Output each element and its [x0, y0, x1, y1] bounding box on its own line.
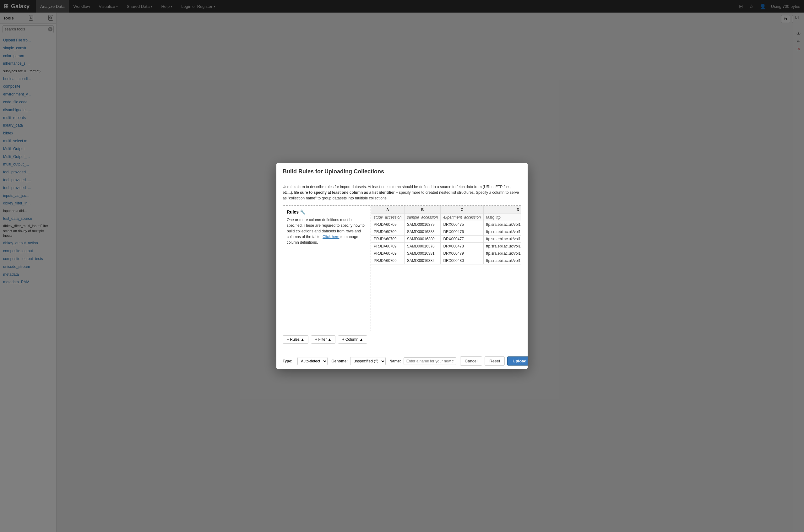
- rules-panel-title: Rules 🔧: [287, 209, 367, 214]
- modal-description: Use this form to describe rules for impo…: [283, 184, 521, 201]
- table-cell: SAMD00016383: [404, 228, 441, 235]
- table-cell: PRJDA60709: [371, 228, 404, 235]
- table-row: PRJDA60709SAMD00016380DRX000477ftp.sra.e…: [371, 235, 521, 243]
- table-cell: SAMD00016380: [404, 235, 441, 243]
- table-cell: SAMD00016379: [404, 221, 441, 228]
- table-cell: ftp.sra.ebi.ac.uk/vol1/fastq/DRR000/DRR0…: [483, 243, 521, 250]
- table-cell: DRX000480: [441, 257, 483, 264]
- rules-button[interactable]: + Rules ▲: [283, 336, 308, 344]
- modal-body: Use this form to describe rules for impo…: [276, 179, 528, 353]
- table-cell: PRJDA60709: [371, 221, 404, 228]
- table-row: PRJDA60709SAMD00016383DRX000476ftp.sra.e…: [371, 228, 521, 235]
- data-table-area: A B C D study_accessionsample_accessione…: [371, 206, 521, 331]
- table-cell: ftp.sra.ebi.ac.uk/vol1/fastq/DRR000/DRR0…: [483, 257, 521, 264]
- modal-title: Build Rules for Uploading Collections: [283, 168, 521, 175]
- table-row: PRJDA60709SAMD00016382DRX000480ftp.sra.e…: [371, 257, 521, 264]
- col-header-c: C: [441, 206, 483, 214]
- genome-group: Genome: unspecified (?): [331, 357, 386, 365]
- click-here-link[interactable]: Click here: [323, 234, 339, 239]
- table-cell: DRX000476: [441, 228, 483, 235]
- table-header-cell: sample_accession: [404, 214, 441, 221]
- name-input[interactable]: [404, 357, 456, 365]
- modal-footer: Type: Auto-detect Genome: unspecified (?…: [276, 353, 528, 369]
- table-cell: PRJDA60709: [371, 243, 404, 250]
- table-cell: DRX000477: [441, 235, 483, 243]
- table-header-cell: fastq_ftp: [483, 214, 521, 221]
- col-header-b: B: [404, 206, 441, 214]
- table-row: PRJDA60709SAMD00016381DRX000479ftp.sra.e…: [371, 250, 521, 257]
- type-label: Type:: [283, 359, 292, 363]
- reset-button[interactable]: Reset: [484, 357, 505, 365]
- table-header-cell: experiment_accession: [441, 214, 483, 221]
- table-cell: PRJDA60709: [371, 257, 404, 264]
- table-cell: ftp.sra.ebi.ac.uk/vol1/fastq/DRR000/DRR0…: [483, 228, 521, 235]
- table-cell: DRX000479: [441, 250, 483, 257]
- table-cell: SAMD00016378: [404, 243, 441, 250]
- name-label: Name:: [389, 359, 401, 363]
- name-group: Name:: [389, 357, 456, 365]
- genome-label: Genome:: [331, 359, 348, 363]
- filter-button[interactable]: + Filter ▲: [311, 336, 336, 344]
- col-header-d: D: [483, 206, 521, 214]
- cancel-button[interactable]: Cancel: [460, 357, 482, 365]
- footer-actions: Cancel Reset Upload: [460, 357, 528, 365]
- table-cell: DRX000475: [441, 221, 483, 228]
- data-table: A B C D study_accessionsample_accessione…: [371, 206, 521, 264]
- table-cell: DRX000478: [441, 243, 483, 250]
- table-cell: ftp.sra.ebi.ac.uk/vol1/fastq/DRR000/DRR0…: [483, 235, 521, 243]
- btn-row: + Rules ▲ + Filter ▲ + Column ▲: [283, 336, 521, 344]
- modal-overlay: Build Rules for Uploading Collections Us…: [0, 0, 804, 532]
- description-bold: Be sure to specify at least one column a…: [294, 190, 395, 195]
- rules-table-container: Rules 🔧 One or more column definitions m…: [283, 205, 521, 331]
- table-cell: PRJDA60709: [371, 250, 404, 257]
- table-cell: ftp.sra.ebi.ac.uk/vol1/fastq/DRR000/DRR0…: [483, 221, 521, 228]
- rules-panel: Rules 🔧 One or more column definitions m…: [283, 206, 371, 331]
- col-header-a: A: [371, 206, 404, 214]
- upload-button[interactable]: Upload: [507, 357, 528, 365]
- modal-header: Build Rules for Uploading Collections: [276, 163, 528, 179]
- table-cell: ftp.sra.ebi.ac.uk/vol1/fastq/DRR000/DRR0…: [483, 250, 521, 257]
- table-row: PRJDA60709SAMD00016379DRX000475ftp.sra.e…: [371, 221, 521, 228]
- column-button[interactable]: + Column ▲: [338, 336, 367, 344]
- table-cell: SAMD00016382: [404, 257, 441, 264]
- genome-select[interactable]: unspecified (?): [350, 357, 386, 365]
- table-cell: PRJDA60709: [371, 235, 404, 243]
- table-row: PRJDA60709SAMD00016378DRX000478ftp.sra.e…: [371, 243, 521, 250]
- rules-panel-text: One or more column definitions must be s…: [287, 217, 367, 245]
- table-header-cell: study_accession: [371, 214, 404, 221]
- modal: Build Rules for Uploading Collections Us…: [276, 163, 528, 369]
- type-select[interactable]: Auto-detect: [298, 357, 328, 365]
- table-cell: SAMD00016381: [404, 250, 441, 257]
